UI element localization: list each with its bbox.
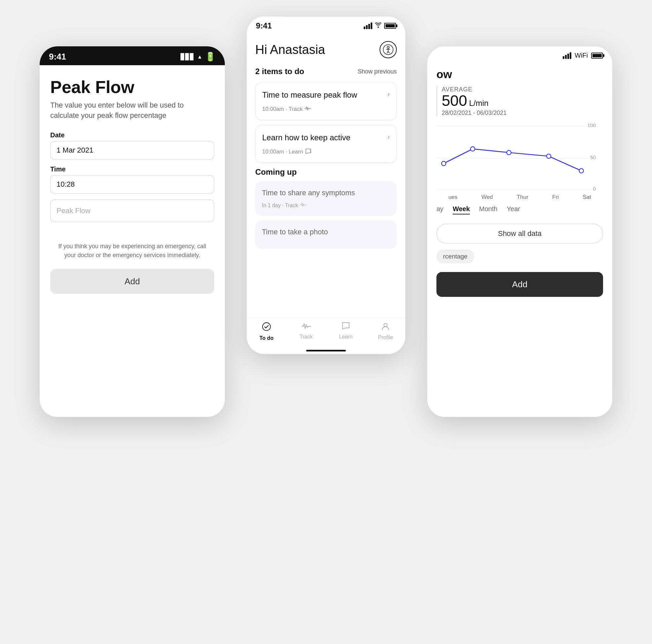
percentage-tag: rcentage <box>436 250 474 263</box>
x-label-1: ues <box>448 194 457 201</box>
svg-point-17 <box>263 323 270 331</box>
svg-text:0: 0 <box>593 186 596 191</box>
todo-meta-1: 10:00am · Track <box>262 106 390 112</box>
greeting-text: Hi Anastasia <box>255 43 325 57</box>
svg-point-8 <box>507 150 511 155</box>
center-status-bar: 9:41 <box>247 17 405 33</box>
average-unit: L/min <box>469 99 489 108</box>
svg-point-12 <box>387 46 389 48</box>
todo-meta-text-2: 10:00am · Learn <box>262 149 303 155</box>
left-status-bar: 9:41 ▊▊▊ ▲ 🔋 <box>40 46 225 65</box>
right-status-bar: WiFi <box>427 46 612 62</box>
right-screen-title: ow <box>436 68 603 81</box>
nav-profile[interactable]: Profile <box>366 322 405 340</box>
right-add-button[interactable]: Add <box>436 272 603 297</box>
signal-icon <box>563 52 571 59</box>
center-status-icons <box>364 23 396 29</box>
nav-track-label: Track <box>300 334 313 340</box>
show-all-data-button[interactable]: Show all data <box>436 224 603 243</box>
chevron-icon-2: › <box>387 133 390 140</box>
date-label: Date <box>50 131 214 139</box>
chart-x-labels: ues Wed Thur Fri Sat <box>436 194 603 201</box>
left-add-button[interactable]: Add <box>50 269 214 294</box>
todo-card-1[interactable]: Time to measure peak flow › 10:00am · Tr… <box>255 82 397 120</box>
coming-up-title-2: Time to take a photo <box>262 228 390 236</box>
svg-point-7 <box>470 147 475 151</box>
learn-book-icon-2 <box>305 149 311 155</box>
date-value: 1 Mar 2021 <box>50 141 214 159</box>
average-value: 500 <box>442 93 467 108</box>
profile-avatar-icon[interactable] <box>380 41 397 58</box>
todo-count: 2 items to do <box>255 67 304 76</box>
nav-learn-label: Learn <box>339 334 353 340</box>
profile-nav-icon <box>381 322 390 333</box>
show-previous-link[interactable]: Show previous <box>358 68 397 75</box>
nav-todo[interactable]: To do <box>247 322 286 341</box>
nav-profile-label: Profile <box>378 335 393 340</box>
todo-title-2: Learn how to keep active <box>262 132 387 143</box>
todo-title-1: Time to measure peak flow <box>262 90 387 100</box>
todo-card-2[interactable]: Learn how to keep active › 10:00am · Lea… <box>255 125 397 163</box>
x-label-5: Sat <box>582 194 591 201</box>
svg-point-10 <box>579 169 583 173</box>
coming-up-card-1[interactable]: Time to share any symptoms In 1 day · Tr… <box>255 181 397 216</box>
coming-up-title: Coming up <box>255 168 397 177</box>
main-content: Hi Anastasia 2 items to do Show previous <box>247 33 405 328</box>
period-day[interactable]: ay <box>436 205 443 214</box>
greeting-row: Hi Anastasia <box>255 41 397 58</box>
nav-todo-label: To do <box>260 335 273 341</box>
period-week[interactable]: Week <box>453 205 470 214</box>
svg-line-16 <box>388 51 389 53</box>
todo-meta-text-1: 10:00am · Track <box>262 106 302 112</box>
coming-up-title-1: Time to share any symptoms <box>262 189 390 197</box>
right-phone: WiFi ow AVERAGE 500 L/min 28/02/2021 - 0… <box>427 46 612 417</box>
date-range: 28/02/2021 - 06/03/2021 <box>442 109 603 117</box>
battery-icon <box>591 53 603 58</box>
svg-text:50: 50 <box>590 155 596 160</box>
chart-area: AVERAGE 500 L/min 28/02/2021 - 06/03/202… <box>436 83 603 224</box>
center-time: 9:41 <box>256 21 272 30</box>
svg-point-9 <box>546 154 551 158</box>
home-indicator <box>306 350 346 352</box>
svg-point-6 <box>441 161 446 165</box>
coming-up-track-icon-1 <box>300 203 306 208</box>
period-year[interactable]: Year <box>507 205 520 214</box>
coming-up-meta-1: In 1 day · Track <box>262 203 390 208</box>
time-field: Time 10:28 <box>50 165 214 194</box>
left-time: 9:41 <box>49 52 66 62</box>
coming-up-card-2[interactable]: Time to take a photo <box>255 221 397 249</box>
x-label-3: Thur <box>517 194 528 201</box>
date-field: Date 1 Mar 2021 <box>50 131 214 159</box>
center-wifi-icon <box>375 23 382 29</box>
svg-text:100: 100 <box>587 123 596 128</box>
time-value: 10:28 <box>50 175 214 194</box>
todo-section-header: 2 items to do Show previous <box>255 67 397 76</box>
x-label-2: Wed <box>481 194 493 201</box>
track-nav-icon <box>302 322 311 332</box>
x-label-4: Fri <box>552 194 559 201</box>
left-phone: 9:41 ▊▊▊ ▲ 🔋 Peak Flow The value you ent… <box>40 46 225 417</box>
time-label: Time <box>50 165 214 173</box>
emergency-text: If you think you may be experiencing an … <box>50 242 214 260</box>
period-month[interactable]: Month <box>479 205 497 214</box>
center-battery-icon <box>384 23 396 29</box>
chevron-icon-1: › <box>387 91 390 98</box>
svg-point-18 <box>384 323 387 327</box>
center-signal-icon <box>364 23 372 29</box>
left-title: Peak Flow <box>50 77 214 97</box>
center-phone: 9:41 Hi Anastasia <box>247 17 405 354</box>
bottom-nav: To do Track Learn Profile <box>247 318 405 354</box>
todo-meta-2: 10:00am · Learn <box>262 149 390 155</box>
learn-nav-icon <box>342 322 350 332</box>
todo-check-icon <box>262 322 271 334</box>
track-wave-icon-1 <box>304 106 311 112</box>
coming-up-section: Coming up Time to share any symptoms In … <box>255 168 397 249</box>
wifi-icon: WiFi <box>575 52 588 59</box>
left-subtitle: The value you enter below will be used t… <box>50 100 214 121</box>
nav-track[interactable]: Track <box>286 322 326 340</box>
time-period-row[interactable]: ay Week Month Year <box>436 205 603 214</box>
nav-learn[interactable]: Learn <box>326 322 366 340</box>
coming-up-meta-text-1: In 1 day · Track <box>262 203 298 208</box>
chart-graph: 100 50 0 <box>436 120 603 192</box>
peak-flow-input[interactable]: Peak Flow <box>50 200 214 222</box>
